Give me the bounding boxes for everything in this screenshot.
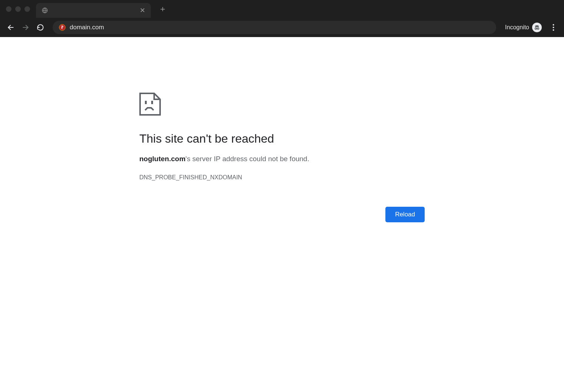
- new-tab-button[interactable]: ＋: [157, 4, 168, 14]
- window-maximize-button[interactable]: [24, 6, 30, 12]
- incognito-label: Incognito: [505, 24, 529, 31]
- browser-menu-button[interactable]: [548, 22, 559, 33]
- globe-icon: [41, 7, 49, 14]
- reload-icon-button[interactable]: [35, 22, 46, 33]
- sad-document-icon: [139, 93, 425, 117]
- svg-point-4: [535, 28, 537, 30]
- browser-tab[interactable]: ✕: [36, 3, 151, 18]
- incognito-icon: [532, 23, 542, 32]
- site-info-icon[interactable]: [59, 24, 66, 31]
- reload-button[interactable]: Reload: [385, 207, 425, 222]
- error-body-text: 's server IP address could not be found.: [186, 155, 309, 163]
- svg-point-8: [553, 27, 554, 28]
- window-close-button[interactable]: [6, 6, 11, 12]
- svg-point-9: [553, 29, 554, 31]
- button-row: Reload: [139, 207, 425, 222]
- tab-bar: ✕ ＋: [0, 0, 564, 18]
- nav-back-button[interactable]: [5, 22, 16, 33]
- tab-close-icon[interactable]: ✕: [139, 7, 146, 14]
- svg-rect-11: [151, 101, 153, 104]
- window-minimize-button[interactable]: [15, 6, 21, 12]
- nav-forward-button: [20, 22, 31, 33]
- svg-point-5: [537, 28, 539, 30]
- url-input[interactable]: domain.com: [70, 24, 490, 31]
- error-heading: This site can't be reached: [139, 132, 425, 146]
- error-domain: nogluten.com: [139, 155, 186, 163]
- address-bar[interactable]: domain.com: [53, 21, 496, 34]
- page-content: This site can't be reached nogluten.com'…: [0, 37, 564, 222]
- incognito-indicator[interactable]: Incognito: [505, 23, 542, 32]
- error-body: nogluten.com's server IP address could n…: [139, 154, 425, 165]
- svg-point-7: [553, 24, 554, 26]
- error-container: This site can't be reached nogluten.com'…: [136, 37, 428, 222]
- address-bar-row: domain.com Incognito: [0, 18, 564, 37]
- browser-chrome: ✕ ＋: [0, 0, 564, 37]
- window-controls: [6, 6, 30, 12]
- error-code: DNS_PROBE_FINISHED_NXDOMAIN: [139, 174, 425, 181]
- svg-rect-10: [145, 101, 147, 104]
